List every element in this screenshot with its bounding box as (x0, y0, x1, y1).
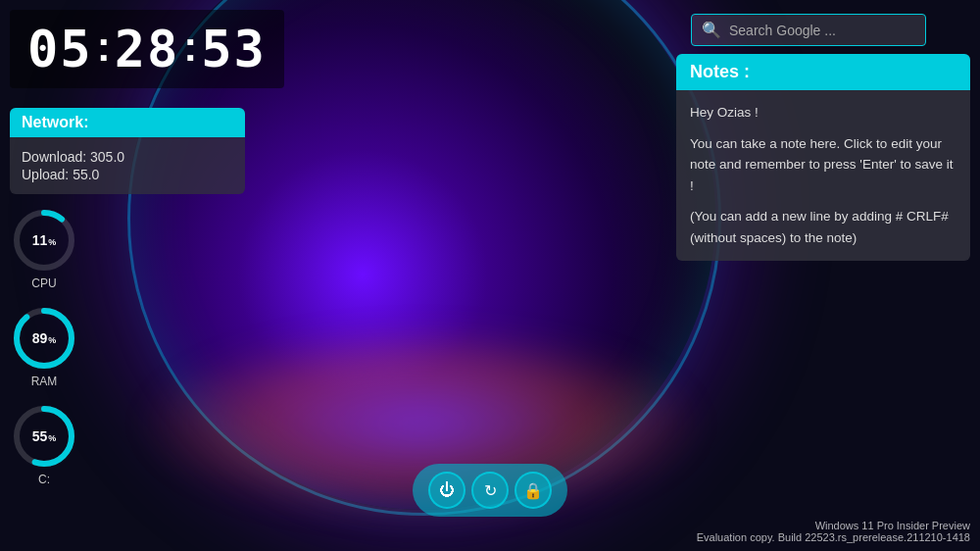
ram-label: RAM (31, 375, 58, 388)
clock-hours: 05 (27, 20, 93, 78)
notes-body[interactable]: Hey Ozias ! You can take a note here. Cl… (676, 90, 970, 261)
clock-sep1: : (97, 24, 111, 71)
lock-button[interactable]: 🔒 (514, 472, 552, 509)
clock-minutes: 28 (115, 20, 180, 78)
upload-stat: Upload: 55.0 (22, 167, 233, 182)
clock-seconds: 53 (201, 20, 267, 78)
search-bar[interactable]: 🔍 (691, 14, 926, 46)
disk-gauge: 55% C: (10, 402, 78, 486)
windows-info-line2: Evaluation copy. Build 22523.rs_prerelea… (697, 531, 970, 543)
search-input[interactable] (729, 23, 915, 38)
upload-label: Upload: (22, 167, 69, 182)
notes-header: Notes : (676, 54, 970, 90)
ram-value: 89% (32, 330, 57, 346)
windows-info-line1: Windows 11 Pro Insider Preview (697, 520, 970, 531)
network-widget: Network: Download: 305.0 Upload: 55.0 (10, 108, 245, 194)
network-header: Network: (10, 108, 245, 137)
clock-sep2: : (183, 24, 197, 71)
download-value: 305.0 (90, 149, 124, 165)
taskbar: ⏻ ↻ 🔒 (413, 464, 567, 517)
notes-line2: You can take a note here. Click to edit … (690, 133, 956, 197)
cpu-value: 11% (32, 232, 57, 248)
upload-value: 55.0 (73, 167, 99, 182)
download-stat: Download: 305.0 (22, 149, 233, 165)
refresh-button[interactable]: ↻ (471, 472, 509, 509)
power-button[interactable]: ⏻ (428, 472, 466, 509)
disk-value: 55% (32, 428, 57, 444)
search-icon: 🔍 (702, 21, 721, 39)
notes-widget: Notes : Hey Ozias ! You can take a note … (676, 54, 970, 261)
disk-label: C: (38, 473, 50, 486)
download-label: Download: (22, 149, 86, 165)
clock-widget: 05 : 28 : 53 (10, 10, 284, 88)
windows-info: Windows 11 Pro Insider Preview Evaluatio… (697, 520, 970, 543)
ram-gauge: 89% RAM (10, 304, 78, 388)
notes-line3: (You can add a new line by adding # CRLF… (690, 206, 956, 248)
cpu-gauge: 11% CPU (10, 206, 78, 290)
notes-line1: Hey Ozias ! (690, 102, 956, 124)
cpu-label: CPU (31, 276, 56, 290)
